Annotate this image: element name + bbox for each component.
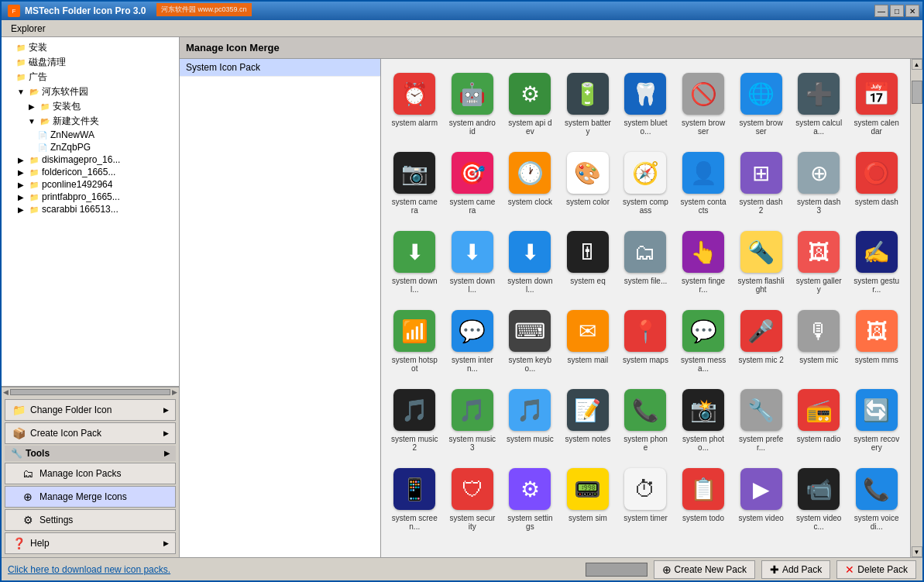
file-icon: 📄 xyxy=(37,129,48,140)
icon-item[interactable]: 📝system notes xyxy=(561,381,616,457)
icon-item[interactable]: 👆system finger... xyxy=(676,223,731,299)
icon-item[interactable]: ⬇system downl... xyxy=(387,223,442,299)
icon-item[interactable]: 💬system messa... xyxy=(676,302,731,378)
icon-item[interactable]: 📱system screen... xyxy=(387,460,442,536)
pack-list[interactable]: System Icon Pack xyxy=(180,59,381,557)
minimize-btn[interactable]: — xyxy=(874,5,888,17)
icon-item[interactable]: 📹system videoc... xyxy=(792,460,847,536)
icon-label: system phone xyxy=(622,435,669,452)
icon-item[interactable]: 📞system voicedi... xyxy=(849,460,904,536)
create-icon-pack-btn[interactable]: 📦 Create Icon Pack ▶ xyxy=(5,422,176,444)
change-folder-icon-btn[interactable]: 📁 Change Folder Icon ▶ xyxy=(5,399,176,421)
icon-item[interactable]: 💬system intern... xyxy=(445,302,500,378)
delete-pack-btn[interactable]: ✕ Delete Pack xyxy=(836,560,916,579)
tree-item-pconline[interactable]: ▶ 📁 pconline1492964 xyxy=(15,178,176,191)
icon-item[interactable]: 🖼system gallery xyxy=(792,223,847,299)
icon-item[interactable]: 📸system photo... xyxy=(676,381,731,457)
icon-item[interactable]: ⚙system api dev xyxy=(503,65,558,141)
icons-area[interactable]: ⏰system alarm🤖system android⚙system api … xyxy=(381,59,910,557)
icon-item[interactable]: ⏰system alarm xyxy=(387,65,442,141)
icon-item[interactable]: 🎤system mic 2 xyxy=(733,302,788,378)
tree-item-xinjienwenjian[interactable]: ▼ 📂 新建文件夹 xyxy=(26,114,176,129)
tree-area[interactable]: 📁 安装 📁 磁盘清理 📁 广告 ▼ 📂 河东软件园 ▶ xyxy=(2,37,179,387)
icon-item[interactable]: 📟system sim xyxy=(561,460,616,536)
icon-item[interactable]: 🚫system browser xyxy=(676,65,731,141)
tree-label: diskimagepro_16... xyxy=(42,154,120,165)
maximize-btn[interactable]: □ xyxy=(890,5,904,17)
icon-item[interactable]: ⚙system settings xyxy=(503,460,558,536)
help-btn[interactable]: ❓ Help ▶ xyxy=(5,532,176,554)
icon-item[interactable]: 🗂system file... xyxy=(618,223,673,299)
icon-item[interactable]: 🔧system prefer... xyxy=(733,381,788,457)
tree-item-cipan[interactable]: 📁 磁盘清理 xyxy=(15,55,176,70)
settings-btn[interactable]: ⚙ Settings xyxy=(5,509,176,531)
tree-horizontal-scroll[interactable]: ◀ ▶ xyxy=(2,387,179,396)
icon-item[interactable]: 🎙system mic xyxy=(792,302,847,378)
icon-item[interactable]: 🧭system compass xyxy=(618,144,673,220)
icon-item[interactable]: 🔄system recovery xyxy=(849,381,904,457)
pack-item-system[interactable]: System Icon Pack xyxy=(180,59,380,77)
icon-item[interactable]: 🔋system battery xyxy=(561,65,616,141)
icon-item[interactable]: 🛡system security xyxy=(445,460,500,536)
tree-item-guanggao[interactable]: 📁 广告 xyxy=(15,70,176,84)
icon-item[interactable]: 🎵system music 2 xyxy=(387,381,442,457)
icon-item[interactable]: ⬇system downl... xyxy=(503,223,558,299)
tree-item-scarab[interactable]: ▶ 📁 scarabbi 166513... xyxy=(15,203,176,215)
icon-item[interactable]: 📋system todo xyxy=(676,460,731,536)
icon-item[interactable]: 👤system contacts xyxy=(676,144,731,220)
icon-item[interactable]: ⏱system timer xyxy=(618,460,673,536)
icon-label: system mms xyxy=(855,356,898,364)
icon-item[interactable]: 🎨system color xyxy=(561,144,616,220)
icon-item[interactable]: ⭕system dash xyxy=(849,144,904,220)
icon-item[interactable]: 📷system camera xyxy=(387,144,442,220)
icon-item[interactable]: 🎵system music 3 xyxy=(445,381,500,457)
icon-image: 📝 xyxy=(567,389,609,431)
icon-item[interactable]: 📞system phone xyxy=(618,381,673,457)
tree-item-hedong[interactable]: ▼ 📂 河东软件园 xyxy=(15,84,176,99)
tree-item-foldericon[interactable]: ▶ 📁 foldericon_1665... xyxy=(15,166,176,178)
icon-item[interactable]: 📍system maps xyxy=(618,302,673,378)
close-btn[interactable]: ✕ xyxy=(905,5,919,17)
icon-label: system gestur... xyxy=(853,277,900,294)
tree-item-anzhuangbao[interactable]: ▶ 📁 安装包 xyxy=(26,99,176,114)
icon-item[interactable]: 📅system calendar xyxy=(849,65,904,141)
tree-item-znzqbpg[interactable]: 📄 ZnZqbPG xyxy=(37,141,176,153)
icon-image: 💬 xyxy=(682,310,724,352)
tree-item-diskimage[interactable]: ▶ 📁 diskimagepro_16... xyxy=(15,153,176,166)
icon-item[interactable]: ⬇system downl... xyxy=(445,223,500,299)
icon-item[interactable]: 🦷system blueto... xyxy=(618,65,673,141)
download-link[interactable]: Click here to download new icon packs. xyxy=(8,564,170,575)
icon-item[interactable]: ⊕system dash 3 xyxy=(792,144,847,220)
tree-item-printfab[interactable]: ▶ 📁 printfabpro_1665... xyxy=(15,191,176,203)
watermark: 河东软件园 www.pc0359.cn xyxy=(156,3,252,16)
icon-item[interactable]: 🎵system music xyxy=(503,381,558,457)
icon-item[interactable]: ✉system mail xyxy=(561,302,616,378)
add-pack-btn[interactable]: ✚ Add Pack xyxy=(761,560,830,579)
tree-item-znnewwa[interactable]: 📄 ZnNewWA xyxy=(37,129,176,141)
icon-item[interactable]: 📶system hotspot xyxy=(387,302,442,378)
icon-item[interactable]: 🔦system flashlight xyxy=(733,223,788,299)
icon-item[interactable]: ▶system video xyxy=(733,460,788,536)
icon-item[interactable]: 🤖system android xyxy=(445,65,500,141)
scroll-up-btn[interactable]: ▲ xyxy=(912,59,922,70)
icon-item[interactable]: ✍system gestur... xyxy=(849,223,904,299)
icon-item[interactable]: 📻system radio xyxy=(792,381,847,457)
create-new-pack-btn[interactable]: ⊕ Create New Pack xyxy=(654,560,755,579)
icon-item[interactable]: ⊞system dash 2 xyxy=(733,144,788,220)
icon-item[interactable]: ➕system calcula... xyxy=(792,65,847,141)
icon-item[interactable]: 🖼system mms xyxy=(849,302,904,378)
icon-item[interactable]: 🌐system browser xyxy=(733,65,788,141)
icon-item[interactable]: 🕐system clock xyxy=(503,144,558,220)
icon-image: 🧭 xyxy=(624,152,666,194)
manage-icon-packs-btn[interactable]: 🗂 Manage Icon Packs xyxy=(5,463,176,484)
scrollbar-vertical[interactable]: ▲ ▼ xyxy=(910,59,922,557)
manage-merge-icons-btn[interactable]: ⊕ Manage Merge Icons xyxy=(5,486,176,508)
scrollbar-thumb[interactable] xyxy=(912,81,922,104)
menu-explorer[interactable]: Explorer xyxy=(5,22,52,36)
icon-item[interactable]: ⌨system keybo... xyxy=(503,302,558,378)
icon-item[interactable]: 🎚system eq xyxy=(561,223,616,299)
scroll-down-btn[interactable]: ▼ xyxy=(912,546,922,557)
window-title: MSTech Folder Icon Pro 3.0 xyxy=(25,5,146,16)
tree-item-anzhuang[interactable]: 📁 安装 xyxy=(15,40,176,55)
icon-item[interactable]: 🎯system camera xyxy=(445,144,500,220)
